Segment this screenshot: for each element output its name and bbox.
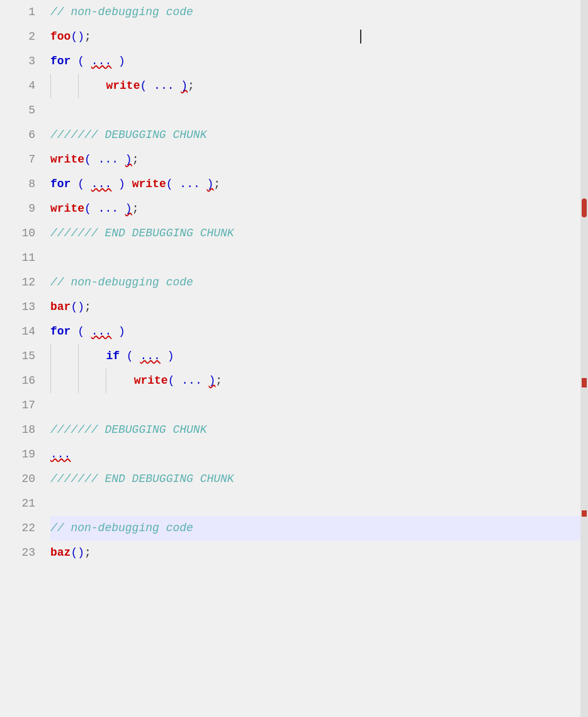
debug-marker-token: /////// END DEBUGGING CHUNK: [50, 221, 234, 246]
editor: 1234567891011121314151617181920212223 //…: [0, 0, 588, 717]
paren-token: (): [71, 295, 84, 319]
code-line-17: [50, 393, 580, 418]
dots-token: ...: [179, 172, 200, 197]
code-line-22: // non-debugging code: [50, 516, 580, 541]
comment-token: // non-debugging code: [50, 0, 193, 25]
code-line-13: bar();: [50, 295, 580, 319]
dots-token: ...: [181, 369, 201, 393]
code-line-12: // non-debugging code: [50, 270, 580, 295]
dots-squiggle-token: ...: [91, 49, 111, 74]
line-number-21: 21: [0, 491, 35, 516]
semicolon-token: ;: [188, 74, 195, 98]
plain-token: [200, 172, 207, 197]
paren-token: (: [77, 319, 84, 344]
plain-token: [111, 172, 118, 197]
indent-guide: [50, 344, 78, 369]
line-number-10: 10: [0, 221, 35, 246]
line-number-14: 14: [0, 319, 35, 344]
code-area[interactable]: // non-debugging codefoo();for ( ... ) w…: [45, 0, 580, 717]
keyword-token: for: [50, 319, 71, 344]
plain-token: [84, 49, 91, 74]
indent-guide: [106, 369, 133, 393]
line-number-17: 17: [0, 393, 35, 418]
paren-token: ): [167, 344, 174, 369]
plain-token: [174, 369, 181, 393]
plain-token: [161, 344, 167, 369]
paren-squiggle-token: ): [209, 369, 216, 393]
comment-token: // non-debugging code: [50, 516, 193, 541]
plain-token: [147, 74, 154, 98]
semicolon-token: ;: [215, 369, 222, 393]
line-number-18: 18: [0, 418, 35, 442]
paren-squiggle-token: ): [125, 147, 132, 172]
line-number-23: 23: [0, 541, 35, 565]
scrollbar-thumb[interactable]: [582, 198, 587, 217]
function-token: baz: [50, 541, 71, 565]
line-number-7: 7: [0, 147, 35, 172]
code-line-21: [50, 491, 580, 516]
line-number-5: 5: [0, 98, 35, 123]
semicolon-token: ;: [132, 147, 139, 172]
dots-token: ...: [98, 147, 118, 172]
code-line-4: write( ... );: [50, 74, 580, 98]
plain-token: [118, 147, 125, 172]
function-token: write: [50, 197, 84, 221]
indent-guide: [78, 74, 106, 98]
line-number-6: 6: [0, 123, 35, 147]
dots-squiggle-token: ...: [91, 172, 111, 197]
code-line-10: /////// END DEBUGGING CHUNK: [50, 221, 580, 246]
semicolon-token: ;: [84, 541, 91, 565]
debug-marker-token: /////// DEBUGGING CHUNK: [50, 123, 206, 147]
debug-marker-token: /////// DEBUGGING CHUNK: [50, 418, 206, 442]
semicolon-token: ;: [84, 25, 91, 49]
line-number-15: 15: [0, 344, 35, 369]
paren-squiggle-token: ): [125, 197, 132, 221]
plain-token: [71, 172, 77, 197]
code-line-23: baz();: [50, 541, 580, 565]
paren-token: (: [77, 49, 84, 74]
scrollbar-track[interactable]: [580, 0, 588, 717]
paren-token: ): [118, 319, 125, 344]
semicolon-token: ;: [84, 295, 91, 319]
plain-token: [91, 197, 98, 221]
code-line-18: /////// DEBUGGING CHUNK: [50, 418, 580, 442]
paren-token: (): [71, 25, 84, 49]
code-line-14: for ( ... ): [50, 319, 580, 344]
line-number-8: 8: [0, 172, 35, 197]
dots-squiggle-token: ...: [91, 319, 111, 344]
function-token: write: [106, 74, 140, 98]
indent-guide: [78, 369, 106, 393]
plain-token: [111, 49, 118, 74]
line-number-20: 20: [0, 467, 35, 491]
paren-token: (: [140, 74, 147, 98]
scrollbar-marker-1: [582, 378, 587, 387]
plain-token: [111, 319, 118, 344]
function-token: bar: [50, 295, 71, 319]
plain-token: [120, 344, 127, 369]
indent-guide: [78, 344, 106, 369]
paren-token: (: [84, 197, 91, 221]
dots-token: ...: [98, 197, 118, 221]
line-number-19: 19: [0, 442, 35, 467]
plain-token: [84, 172, 91, 197]
line-number-1: 1: [0, 0, 35, 25]
dots-token: ...: [154, 74, 174, 98]
function-token: write: [134, 369, 168, 393]
code-line-5: [50, 98, 580, 123]
code-line-11: [50, 246, 580, 270]
debug-marker-token: /////// END DEBUGGING CHUNK: [50, 467, 234, 491]
line-number-22: 22: [0, 516, 35, 541]
paren-token: ): [118, 172, 125, 197]
indent-guide: [50, 74, 78, 98]
line-number-9: 9: [0, 197, 35, 221]
code-line-2: foo();: [50, 25, 580, 49]
line-number-2: 2: [0, 25, 35, 49]
paren-token: (: [84, 147, 91, 172]
indent-guide: [50, 369, 78, 393]
keyword-token: for: [50, 49, 71, 74]
function-token: write: [132, 172, 166, 197]
plain-token: [91, 147, 98, 172]
dots-squiggle-token: ...: [50, 442, 71, 467]
paren-token: (: [127, 344, 133, 369]
paren-token: ): [118, 49, 125, 74]
